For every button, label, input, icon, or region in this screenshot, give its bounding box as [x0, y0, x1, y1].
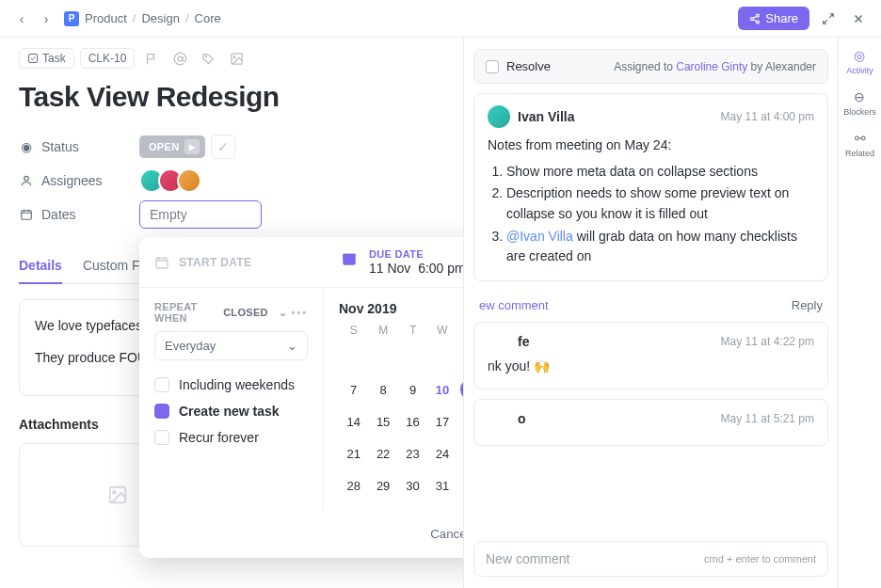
- calendar-day[interactable]: 18: [457, 410, 463, 433]
- flag-icon[interactable]: [140, 47, 163, 70]
- breadcrumb: P Product / Design / Core: [64, 11, 221, 26]
- comment: Ivan Villa May 11 at 4:00 pm Notes from …: [473, 93, 828, 281]
- rail-activity[interactable]: ◎Activity: [846, 47, 873, 75]
- task-meta-row: Task CLK-10: [19, 47, 444, 70]
- bc-list[interactable]: Core: [195, 11, 221, 25]
- calendar-day[interactable]: 31: [427, 474, 457, 497]
- list-item: Show more meta data on collapse sections: [506, 162, 814, 183]
- calendar-day: [368, 346, 397, 369]
- space-icon: P: [64, 11, 79, 26]
- more-icon[interactable]: •••: [291, 307, 308, 318]
- avatar[interactable]: [488, 105, 510, 128]
- collapse-icon[interactable]: [817, 8, 840, 30]
- tag-icon[interactable]: [197, 47, 219, 70]
- calendar-day[interactable]: 25: [457, 442, 463, 465]
- calendar-day[interactable]: 8: [368, 378, 397, 401]
- comment-text: Notes from meeting on May 24:: [488, 135, 814, 156]
- close-icon[interactable]: [847, 8, 870, 30]
- new-comment-link[interactable]: ew comment: [479, 298, 549, 312]
- calendar-day[interactable]: 23: [398, 442, 427, 465]
- svg-point-8: [24, 176, 29, 181]
- date-popover: START DATE DUE DATE 11 Nov 6:00 pm✕ REPE…: [139, 237, 463, 558]
- comment-time: May 11 at 5:21 pm: [721, 412, 814, 425]
- rail-related[interactable]: ⚯Related: [845, 130, 874, 158]
- resolve-checkbox[interactable]: [486, 60, 499, 73]
- calendar-day[interactable]: 9: [398, 378, 427, 401]
- assignee-link[interactable]: Caroline Ginty: [676, 60, 747, 73]
- calendar-day: [457, 474, 463, 497]
- comment-author[interactable]: Ivan Villa: [518, 109, 574, 124]
- assignee-avatars[interactable]: [139, 168, 196, 193]
- bc-folder[interactable]: Design: [141, 11, 179, 25]
- person-icon: [19, 173, 34, 188]
- svg-rect-9: [22, 211, 32, 219]
- rail-blockers[interactable]: ⊖Blockers: [843, 88, 876, 117]
- calendar-day[interactable]: 15: [368, 410, 397, 433]
- svg-point-0: [757, 14, 760, 17]
- task-type-chip[interactable]: Task: [19, 48, 74, 69]
- share-button[interactable]: Share: [738, 7, 809, 30]
- status-icon: ◉: [19, 139, 34, 154]
- repeat-frequency-select[interactable]: Everyday⌄: [154, 331, 308, 360]
- nav-forward-icon[interactable]: ›: [36, 8, 56, 29]
- reply-link[interactable]: Reply: [792, 298, 823, 312]
- due-date-section[interactable]: DUE DATE 11 Nov 6:00 pm✕: [324, 237, 463, 287]
- svg-rect-3: [29, 55, 38, 63]
- calendar-day[interactable]: 28: [339, 474, 368, 497]
- calendar-day[interactable]: 11: [460, 378, 463, 401]
- activity-icon: ◎: [851, 47, 868, 64]
- calendar-icon: [154, 255, 169, 270]
- mention-icon[interactable]: [168, 47, 191, 70]
- calendar-month: Nov 2019: [339, 301, 396, 316]
- calendar-day[interactable]: 17: [427, 410, 457, 433]
- comment-time: May 11 at 4:00 pm: [721, 110, 814, 123]
- calendar-day[interactable]: 22: [368, 442, 397, 465]
- chevron-down-icon: ⌄: [279, 307, 287, 319]
- comment-time: May 11 at 4:22 pm: [721, 335, 814, 348]
- dates-input[interactable]: Empty: [139, 200, 262, 229]
- task-title[interactable]: Task View Redesign: [19, 81, 444, 113]
- svg-rect-16: [343, 254, 356, 258]
- share-icon: [749, 13, 761, 24]
- opt-including-weekends[interactable]: Including weekends: [154, 372, 308, 398]
- repeat-label[interactable]: REPEAT WHEN CLOSED ⌄•••: [154, 301, 308, 324]
- task-id-chip[interactable]: CLK-10: [80, 48, 136, 69]
- tab-details[interactable]: Details: [19, 250, 62, 284]
- resolve-bar: Resolve Assigned to Caroline Ginty by Al…: [473, 49, 828, 84]
- image-icon[interactable]: [225, 47, 248, 70]
- play-icon[interactable]: ▶: [184, 139, 200, 154]
- right-rail: ◎Activity ⊖Blockers ⚯Related: [838, 38, 881, 588]
- avatar[interactable]: [177, 168, 201, 193]
- list-item: @Ivan Villa will grab data on how many c…: [506, 227, 814, 267]
- new-comment-input[interactable]: New comment cmd + enter to comment: [473, 541, 828, 577]
- calendar-day[interactable]: 30: [398, 474, 427, 497]
- start-date-section[interactable]: START DATE: [139, 237, 324, 287]
- nav-back-icon[interactable]: ‹: [11, 8, 32, 29]
- comment-text: nk you! 🙌: [488, 357, 814, 377]
- complete-checkbox[interactable]: ✓: [211, 135, 235, 159]
- mention-link[interactable]: @Ivan Villa: [506, 229, 573, 244]
- calendar-day[interactable]: 24: [427, 442, 457, 465]
- list-item: Description needs to show some preview t…: [506, 183, 814, 224]
- chevron-down-icon: ⌄: [287, 339, 297, 353]
- svg-point-4: [178, 56, 183, 61]
- opt-recur-forever[interactable]: Recur forever: [154, 424, 308, 451]
- calendar-icon: [339, 248, 360, 269]
- svg-point-7: [233, 56, 235, 57]
- resolve-label[interactable]: Resolve: [506, 59, 551, 73]
- blockers-icon: ⊖: [851, 88, 868, 105]
- bc-space[interactable]: Product: [85, 11, 127, 25]
- cancel-button[interactable]: Cancel: [417, 519, 463, 548]
- check-square-icon: [27, 53, 39, 64]
- calendar-day[interactable]: 10: [427, 378, 457, 401]
- status-chip[interactable]: OPEN▶: [139, 135, 205, 158]
- calendar-day[interactable]: 16: [398, 410, 427, 433]
- calendar-day[interactable]: 7: [339, 378, 368, 401]
- calendar-day[interactable]: 29: [368, 474, 397, 497]
- svg-point-5: [205, 56, 206, 56]
- comment-author: fe: [518, 334, 529, 349]
- calendar-day[interactable]: 21: [339, 442, 368, 465]
- calendar-day[interactable]: 14: [339, 410, 368, 433]
- comment: fe May 11 at 4:22 pm nk you! 🙌: [473, 322, 828, 389]
- opt-create-new-task[interactable]: Create new task: [154, 398, 308, 424]
